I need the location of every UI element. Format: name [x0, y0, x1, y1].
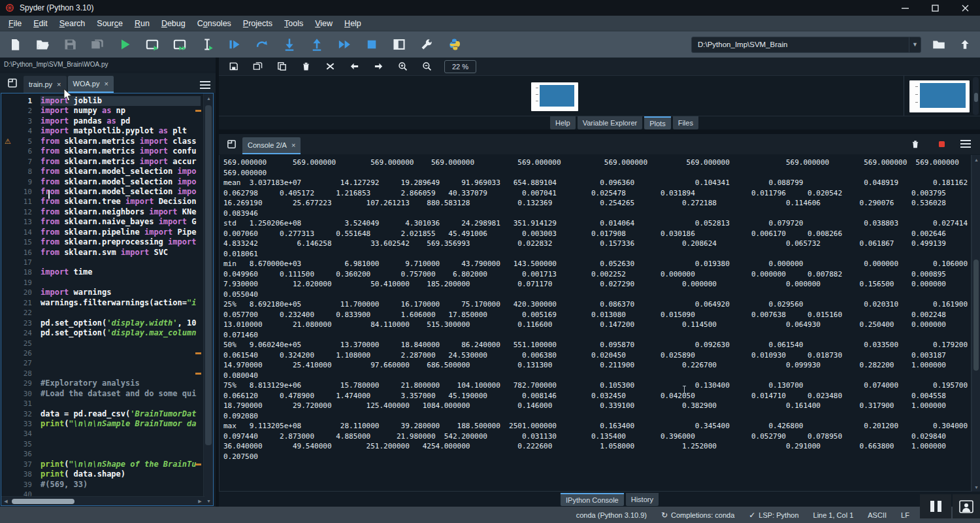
scroll-right-icon[interactable]: ▶: [195, 497, 204, 506]
run-file-button[interactable]: [116, 36, 133, 53]
tab-help[interactable]: Help: [550, 116, 576, 129]
line-number: 20: [1, 288, 41, 297]
scrollbar-thumb[interactable]: [205, 105, 212, 445]
save-all-button[interactable]: [89, 36, 106, 53]
menu-edit[interactable]: Edit: [27, 16, 54, 31]
scroll-left-icon[interactable]: ◀: [1, 497, 10, 506]
close-icon: [962, 5, 969, 12]
menu-source[interactable]: Source: [91, 16, 129, 31]
code-line: from sklearn.preprocessing import: [41, 237, 204, 247]
menu-help[interactable]: Help: [338, 16, 367, 31]
zoom-out-button[interactable]: [419, 59, 434, 74]
close-tab-icon[interactable]: ×: [104, 80, 108, 88]
thumbnail-scrollbar[interactable]: [973, 77, 979, 115]
plots-view: [219, 76, 980, 116]
zoom-out-icon: [422, 61, 432, 71]
tab-history[interactable]: History: [626, 493, 659, 506]
maximize-pane-button[interactable]: [391, 36, 408, 53]
remove-plot-button[interactable]: [298, 59, 314, 74]
editor-options-button[interactable]: [200, 81, 210, 89]
menu-debug[interactable]: Debug: [155, 16, 191, 31]
open-file-button[interactable]: [34, 36, 51, 53]
close-tab-icon[interactable]: ×: [57, 80, 61, 88]
editor-vertical-scrollbar[interactable]: ▲ ▼: [203, 93, 213, 505]
console-output[interactable]: 569.000000 569.000000 569.000000 569.000…: [219, 155, 972, 492]
console-line: 0.080040: [223, 371, 971, 381]
menu-view[interactable]: View: [309, 16, 338, 31]
line-number: 25: [1, 339, 41, 348]
minimize-button[interactable]: [890, 0, 920, 16]
next-plot-button[interactable]: [370, 59, 386, 74]
menu-consoles[interactable]: Consoles: [191, 16, 237, 31]
scroll-down-icon[interactable]: ▼: [204, 496, 214, 505]
menu-file[interactable]: File: [3, 16, 27, 31]
tab-variable-explorer[interactable]: Variable Explorer: [578, 116, 643, 129]
spyder-window: Spyder (Python 3.10) FileEditSearchSourc…: [0, 0, 980, 523]
maximize-button[interactable]: [920, 0, 950, 16]
code-line: import matplotlib.pyplot as plt: [41, 126, 204, 136]
python-env-button[interactable]: [446, 36, 463, 53]
save-plot-button[interactable]: [225, 59, 241, 74]
menu-search[interactable]: Search: [54, 16, 91, 31]
browse-directory-button[interactable]: [930, 36, 947, 53]
debug-step-out-button[interactable]: [308, 36, 325, 53]
current-plot-figure[interactable]: [531, 82, 578, 111]
editor-tab-WOA.py[interactable]: WOA.py×: [68, 76, 114, 93]
code-editor[interactable]: 12345⚠6789101112131415161718192021222324…: [1, 93, 214, 506]
stop-debug-button[interactable]: [363, 36, 380, 53]
remove-plot-icon: [301, 61, 311, 71]
save-button[interactable]: [61, 36, 78, 53]
file-switcher-button[interactable]: [4, 75, 21, 92]
parent-directory-button[interactable]: [956, 36, 973, 53]
scroll-down-icon[interactable]: ▼: [972, 482, 980, 492]
copy-plot-button[interactable]: [274, 59, 289, 74]
run-cell-advance-button[interactable]: [171, 36, 188, 53]
editor-tab-train.py[interactable]: train.py×: [24, 76, 67, 93]
debug-continue-button[interactable]: [336, 36, 353, 53]
menu-tools[interactable]: Tools: [278, 16, 309, 31]
remove-all-plots-button[interactable]: [322, 59, 338, 74]
editor-horizontal-scrollbar[interactable]: ◀ ▶: [1, 496, 204, 505]
menu-run[interactable]: Run: [129, 16, 155, 31]
console-switcher-button[interactable]: [223, 135, 240, 152]
debug-step-into-button[interactable]: [281, 36, 298, 53]
plot-thumbnail[interactable]: [909, 80, 970, 112]
preferences-button[interactable]: [418, 36, 435, 53]
scroll-up-icon[interactable]: ▲: [972, 155, 980, 164]
remove-all-variables-button[interactable]: [907, 137, 923, 151]
code-line: from sklearn.model_selection impo: [41, 187, 204, 197]
status-ascii: ASCII: [868, 511, 887, 519]
line-number: 28: [1, 369, 41, 379]
horizontal-splitter[interactable]: [219, 129, 980, 134]
zoom-in-button[interactable]: [395, 59, 410, 74]
line-number: 11: [1, 197, 41, 207]
console-options-button[interactable]: [960, 140, 971, 148]
python-env-icon: [448, 38, 461, 51]
presenter-button[interactable]: [953, 494, 980, 518]
run-selection-button[interactable]: [199, 36, 216, 53]
run-cell-button[interactable]: [144, 36, 161, 53]
close-tab-icon[interactable]: ×: [291, 141, 295, 149]
previous-plot-button[interactable]: [346, 59, 362, 74]
save-all-plots-button[interactable]: [250, 59, 265, 74]
line-number: 2: [1, 106, 41, 116]
scrollbar-thumb[interactable]: [973, 260, 979, 371]
code-line: #(569, 33): [41, 480, 204, 490]
pause-button[interactable]: [920, 494, 951, 518]
debug-file-button[interactable]: [226, 36, 243, 53]
scrollbar-thumb[interactable]: [12, 499, 74, 504]
debug-continue-icon: [338, 38, 351, 51]
console-scrollbar[interactable]: ▲ ▼: [972, 155, 980, 492]
console-tab[interactable]: Console 2/A×: [242, 137, 301, 154]
tab-plots[interactable]: Plots: [644, 116, 670, 129]
working-directory-combo[interactable]: D:\Python_Imp\SVM_Brain ▼: [691, 37, 921, 53]
chevron-down-icon[interactable]: ▼: [909, 37, 921, 52]
tab-ipython-console[interactable]: IPython Console: [561, 493, 624, 506]
close-button[interactable]: [950, 0, 980, 16]
thumbnail-list-splitter[interactable]: [904, 76, 904, 116]
new-file-button[interactable]: [7, 36, 24, 53]
scroll-up-icon[interactable]: ▲: [204, 93, 214, 103]
debug-step-over-button[interactable]: [253, 36, 270, 53]
tab-files[interactable]: Files: [673, 116, 698, 129]
menu-projects[interactable]: Projects: [237, 16, 278, 31]
